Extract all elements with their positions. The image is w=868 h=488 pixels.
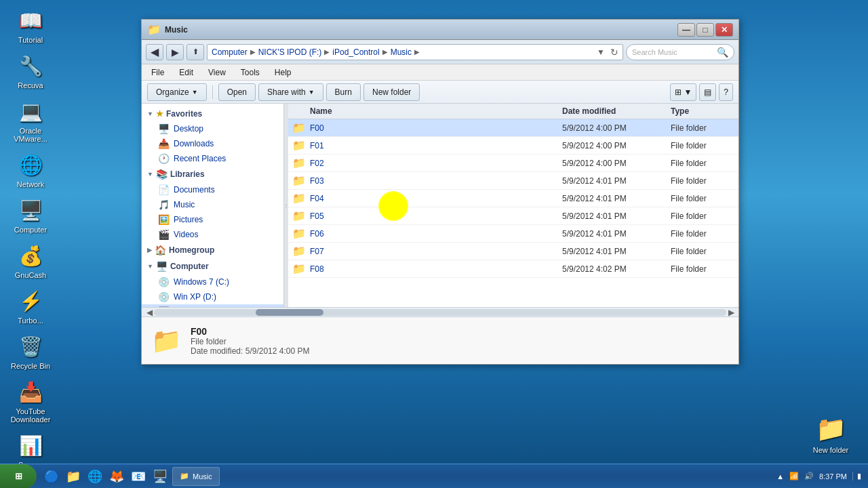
nav-item-documents-label: Documents (174, 185, 215, 195)
tray-show-desktop-icon[interactable]: ▮ (852, 472, 861, 481)
taskbar-clock[interactable]: 8:37 PM (819, 472, 847, 481)
file-list-pane: Name Date modified Type 📁 F00 5/9/2012 4… (288, 104, 738, 307)
taskbar-icon-mail[interactable]: 📧 (129, 467, 148, 486)
nav-item-winxp-label: Win XP (D:) (174, 292, 216, 302)
nav-item-documents[interactable]: 📄 Documents (142, 182, 283, 197)
desktop-icon-recuva[interactable]: 🔧 Recuva (7, 52, 54, 89)
addr-part-computer[interactable]: Computer (212, 47, 248, 57)
search-icon[interactable]: 🔍 (717, 47, 728, 58)
file-row-type: File folder (671, 264, 738, 274)
minimize-button[interactable]: — (677, 23, 695, 37)
menu-help[interactable]: Help (268, 66, 298, 79)
col-header-date[interactable]: Date modified (562, 106, 671, 116)
horizontal-scrollbar[interactable]: ◀ ▶ (142, 307, 738, 317)
nav-item-music[interactable]: 🎵 Music (142, 197, 283, 212)
address-dropdown-btn[interactable]: ▼ (597, 47, 605, 57)
back-button[interactable]: ◀ (146, 44, 163, 60)
taskbar-icon-rdp[interactable]: 🖥️ (151, 467, 170, 486)
desktop-icon-recycle[interactable]: 🗑️ Recycle Bin (7, 333, 54, 370)
nav-section-favorites[interactable]: ▼ ★ Favorites (142, 106, 283, 121)
close-button[interactable]: ✕ (715, 23, 733, 37)
address-bar[interactable]: Computer ▶ NICK'S IPOD (F:) ▶ iPod_Contr… (207, 44, 623, 60)
file-row[interactable]: 📁 F08 5/9/2012 4:02 PM File folder (288, 260, 738, 278)
winxp-nav-icon: 💿 (158, 291, 170, 302)
nav-item-downloads-label: Downloads (174, 139, 214, 148)
nav-section-computer[interactable]: ▼ 🖥️ Computer (142, 258, 283, 274)
open-button[interactable]: Open (218, 83, 256, 101)
desktop-icon-network[interactable]: 🌐 Network (7, 151, 54, 188)
nav-item-pictures[interactable]: 🖼️ Pictures (142, 212, 283, 227)
recent-places-icon: 🕐 (158, 153, 170, 164)
file-row-name: F01 (310, 141, 562, 150)
new-folder-button[interactable]: New folder (363, 83, 420, 101)
up-button[interactable]: ⬆ (186, 44, 204, 60)
oracle-label: OracleVMware... (14, 127, 47, 143)
scroll-left-button[interactable]: ◀ (144, 308, 154, 317)
share-with-button[interactable]: Share with ▼ (258, 83, 323, 101)
nav-item-videos-label: Videos (174, 230, 198, 239)
layout-toggle-button[interactable]: ▤ (699, 83, 716, 101)
forward-button[interactable]: ▶ (166, 44, 184, 60)
taskbar-icon-ff[interactable]: 🦊 (107, 467, 126, 486)
file-row[interactable]: 📁 F02 5/9/2012 4:00 PM File folder (288, 155, 738, 172)
tray-network-icon[interactable]: 📶 (789, 472, 799, 481)
burn-button[interactable]: Burn (326, 83, 361, 101)
taskbar-icon-folder[interactable]: 📁 (64, 467, 83, 486)
nav-section-homegroup[interactable]: ▶ 🏠 Homegroup (142, 242, 283, 258)
desktop-icon-computer[interactable]: 🖥️ Computer (7, 197, 54, 234)
menu-view[interactable]: View (201, 66, 233, 79)
taskbar-icon-ie2[interactable]: 🌐 (85, 467, 104, 486)
window-title-icon: 📁 (147, 23, 161, 36)
preview-date-value: 5/9/2012 4:00 PM (245, 346, 310, 356)
taskbar-icon-ie[interactable]: 🔵 (42, 467, 61, 486)
help-pane-button[interactable]: ? (719, 83, 733, 101)
computer-nav-icon: 🖥️ (156, 261, 167, 272)
start-button[interactable]: ⊞ (0, 464, 37, 489)
col-header-type[interactable]: Type (671, 106, 738, 116)
file-row[interactable]: 📁 F05 5/9/2012 4:01 PM File folder (288, 207, 738, 225)
maximize-button[interactable]: □ (696, 23, 714, 37)
tray-volume-icon[interactable]: 🔊 (804, 472, 814, 481)
gnucash-label: GnuCash (15, 271, 46, 279)
taskbar-open-music[interactable]: 📁 Music (172, 467, 220, 486)
desktop-icon-gnucash[interactable]: 💰 GnuCash (7, 242, 54, 279)
nav-item-downloads[interactable]: 📥 Downloads (142, 136, 283, 151)
file-row[interactable]: 📁 F01 5/9/2012 4:00 PM File folder (288, 137, 738, 155)
file-row[interactable]: 📁 F07 5/9/2012 4:01 PM File folder (288, 243, 738, 260)
organize-button[interactable]: Organize ▼ (147, 83, 207, 101)
start-icon: ⊞ (15, 471, 22, 481)
libraries-triangle-icon: ▼ (147, 171, 153, 178)
nav-item-desktop[interactable]: 🖥️ Desktop (142, 121, 283, 136)
menu-file[interactable]: File (144, 66, 171, 79)
desktop-icon-oracle[interactable]: 💻 OracleVMware... (7, 98, 54, 143)
addr-part-ipodcontrol[interactable]: iPod_Control (332, 47, 379, 57)
file-row[interactable]: 📁 F06 5/9/2012 4:01 PM File folder (288, 225, 738, 243)
addr-part-music[interactable]: Music (391, 47, 412, 57)
desktop-icon-new-folder-right[interactable]: 📁 New folder (807, 415, 854, 454)
view-mode-button[interactable]: ⊞ ▼ (670, 83, 696, 101)
nav-item-videos[interactable]: 🎬 Videos (142, 227, 283, 242)
nav-item-recent-places[interactable]: 🕐 Recent Places (142, 151, 283, 166)
tray-show-hidden-icon[interactable]: ▲ (776, 472, 784, 481)
menu-tools[interactable]: Tools (234, 66, 267, 79)
menu-edit[interactable]: Edit (172, 66, 200, 79)
nav-section-libraries[interactable]: ▼ 📚 Libraries (142, 166, 283, 182)
preview-type: File folder (191, 337, 309, 346)
desktop-icon-turbo[interactable]: ⚡ Turbo... (7, 287, 54, 325)
col-header-name[interactable]: Name (288, 106, 562, 116)
nav-item-winxp[interactable]: 💿 Win XP (D:) (142, 289, 283, 304)
file-folder-icon: 📁 (288, 209, 310, 222)
scrollbar-thumb[interactable] (256, 309, 323, 316)
nav-item-windows7[interactable]: 💿 Windows 7 (C:) (142, 274, 283, 289)
network-icon: 🌐 (17, 151, 44, 178)
desktop-icon-youtube[interactable]: 📥 YouTubeDownloader (7, 378, 54, 424)
scroll-right-button[interactable]: ▶ (726, 308, 736, 317)
addr-part-ipod[interactable]: NICK'S IPOD (F:) (258, 47, 322, 57)
search-box[interactable]: Search Music 🔍 (626, 44, 734, 60)
address-refresh-btn[interactable]: ↻ (610, 47, 618, 58)
file-row[interactable]: 📁 F04 5/9/2012 4:01 PM File folder (288, 190, 738, 207)
new-folder-label: New folder (372, 87, 411, 97)
file-row[interactable]: 📁 F00 5/9/2012 4:00 PM File folder (288, 119, 738, 137)
desktop-icon-tutorial[interactable]: 📖 Tutorial (7, 7, 54, 44)
file-row[interactable]: 📁 F03 5/9/2012 4:01 PM File folder (288, 172, 738, 190)
